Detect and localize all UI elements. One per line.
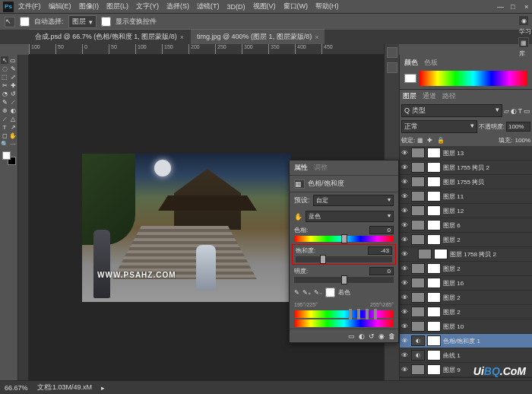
hue-slider[interactable] [294,236,394,242]
dodge-tool[interactable]: ◐ [9,106,17,114]
paths-tab[interactable]: 路径 [442,91,456,101]
visibility-icon[interactable]: 👁 [401,149,409,157]
layer-row[interactable]: 👁◐色相/饱和度 1 [400,334,532,348]
menu-file[interactable]: 文件(F) [15,0,44,13]
visibility-icon[interactable]: 👁 [401,323,409,330]
filter-icon[interactable]: ▭ [524,107,530,115]
rect-tool[interactable]: ◻ [1,132,8,139]
layer-row[interactable]: 👁图层 2 [400,262,532,276]
range-gradient-bottom[interactable] [294,319,394,327]
menu-help[interactable]: 帮助(H) [312,0,342,13]
properties-tab[interactable]: 属性 [294,163,308,173]
pen-tool[interactable]: ⟋ [1,115,8,122]
opacity-value[interactable]: 100% [506,122,530,132]
doc-tab-1[interactable]: 合成.psd @ 66.7% (色相/饱和度 1, 图层蒙版/8) × [29,29,190,44]
minimize-button[interactable]: — [494,2,502,12]
adjustments-tab[interactable]: 调整 [314,163,328,173]
visibility-icon[interactable]: ◉ [378,332,385,340]
artboard-tool[interactable]: ▭ [9,56,17,64]
layer-row[interactable]: 👁图层 1755 拷贝 2 [400,160,532,175]
layer-row[interactable]: 👁图层 10 [400,319,532,334]
more-tools[interactable]: ⋯ [9,140,17,148]
color-fg-bg[interactable] [404,74,416,83]
filter-icon[interactable]: ◐ [511,107,517,115]
menu-3d[interactable]: 3D(D) [224,2,249,12]
color-swatches[interactable] [2,151,16,165]
saturation-knob[interactable] [320,255,326,264]
color-tab[interactable]: 颜色 [404,58,418,68]
colorize-checkbox[interactable] [325,288,335,297]
visibility-icon[interactable]: 👁 [401,294,409,301]
visibility-icon[interactable]: 👁 [401,250,409,258]
hue-knob[interactable] [341,234,347,243]
filter-icon[interactable]: ▱ [504,107,509,115]
auto-select-checkbox[interactable] [20,17,30,27]
preset-dropdown[interactable]: 自定▾ [313,195,394,206]
clone-tool[interactable]: ◔ [1,90,8,97]
lock-position-icon[interactable]: ✚ [427,137,435,145]
visibility-icon[interactable]: 👁 [401,279,409,287]
menu-filter[interactable]: 滤镜(T) [194,0,223,13]
transform-checkbox[interactable] [101,17,111,27]
shape-tool[interactable]: △ [9,115,17,122]
maximize-button[interactable]: □ [508,2,515,12]
layer-row[interactable]: 👁图层 2 [400,291,532,305]
quick-select-tool[interactable]: ✎ [9,65,17,72]
lock-all-icon[interactable]: 🔒 [437,137,445,145]
collapsed-panel-icon[interactable] [387,47,397,58]
menu-edit[interactable]: 编辑(E) [46,0,74,13]
lightness-value[interactable]: 0 [369,267,394,275]
range-marker[interactable] [349,309,352,319]
auto-select-dropdown[interactable]: 图层▾ [68,15,97,28]
lightness-knob[interactable] [341,275,347,284]
visibility-icon[interactable]: 👁 [401,164,409,171]
eyedropper-add-icon[interactable]: ✎₊ [302,289,311,296]
range-marker[interactable] [366,309,369,319]
layer-row[interactable]: 👁图层 6 [400,218,532,233]
blur-tool[interactable]: ⊕ [1,106,8,114]
layers-tab[interactable]: 图层 [403,91,416,101]
eyedropper-sub-icon[interactable]: ✎₋ [314,289,322,296]
layer-row[interactable]: 👁图层 1755 拷贝 [400,175,532,189]
path-select-tool[interactable]: ↗ [9,123,17,131]
view-previous-icon[interactable]: ◐ [359,332,365,340]
menu-image[interactable]: 图像(I) [76,0,103,13]
crop-tool[interactable]: ⬚ [1,73,8,81]
ruler-horizontal[interactable]: 100 50 0 50 100 150 200 250 300 350 400 … [29,44,399,55]
ruler-vertical[interactable] [18,55,29,391]
menu-select[interactable]: 选择(S) [163,0,192,13]
visibility-icon[interactable]: 👁 [401,265,409,272]
visibility-icon[interactable]: 👁 [401,207,409,214]
gradient-tool[interactable]: ⟋ [9,98,17,106]
visibility-icon[interactable]: 👁 [401,178,409,186]
range-marker[interactable] [357,309,360,319]
visibility-icon[interactable]: 👁 [401,351,409,359]
doc-tab-2[interactable]: timg.jpg @ 400% (图层 1, 图层蒙版/8) × [191,29,325,44]
range-gradient-top[interactable] [294,310,394,318]
fill-value[interactable]: 100% [515,137,530,144]
learn-tab[interactable]: ◉ [518,15,529,26]
layer-row[interactable]: 👁◐曲线 1 [400,348,532,363]
history-brush-tool[interactable]: ↺ [9,90,17,97]
eyedropper-tool[interactable]: ⤢ [9,73,17,81]
eraser-tool[interactable]: ✎ [1,98,8,106]
saturation-slider[interactable] [296,256,392,262]
channel-hand-icon[interactable]: ✋ [294,213,302,221]
layer-row[interactable]: 👁图层 1758 拷贝 2 [400,247,532,262]
filter-icon[interactable]: T [518,107,523,115]
color-spectrum[interactable] [420,71,527,86]
channel-dropdown[interactable]: 蓝色▾ [306,211,394,222]
menu-window[interactable]: 窗口(W) [280,0,312,13]
menu-layer[interactable]: 图层(L) [103,0,131,13]
zoom-level[interactable]: 66.67% [5,384,28,392]
layer-row[interactable]: 👁图层 12 [400,204,532,218]
menu-type[interactable]: 文字(Y) [133,0,162,13]
visibility-icon[interactable]: 👁 [401,236,409,243]
doc-tab-2-close[interactable]: × [315,33,318,41]
layer-kind-filter[interactable]: Q 类型▾ [401,104,502,117]
reset-icon[interactable]: ↺ [369,332,375,340]
lasso-tool[interactable]: ◌ [1,65,8,72]
visibility-icon[interactable]: 👁 [401,221,409,229]
doc-tab-1-close[interactable]: × [180,33,184,41]
delete-icon[interactable]: 🗑 [388,332,395,340]
